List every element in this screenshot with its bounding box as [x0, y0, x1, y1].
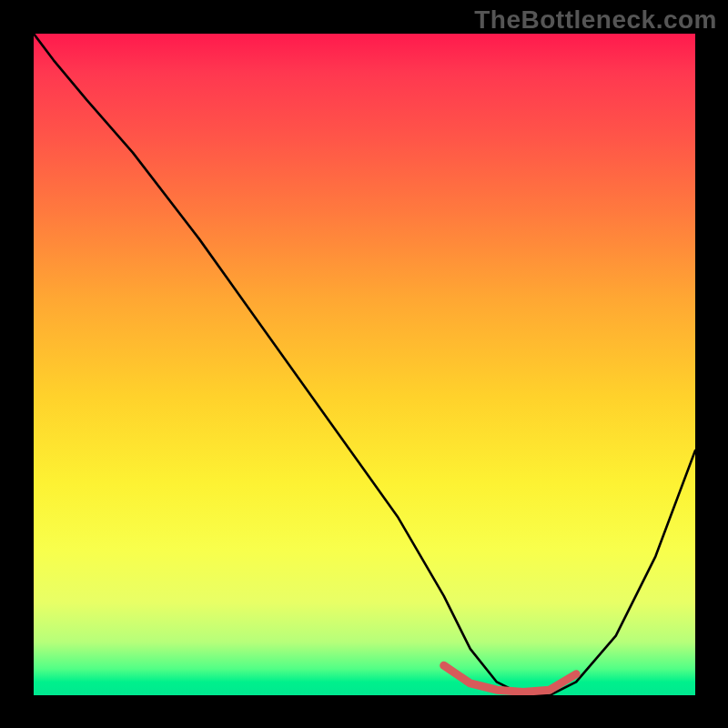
bottleneck-curve [34, 34, 695, 695]
curve-svg [34, 34, 695, 695]
plot-gradient-area [34, 34, 695, 695]
watermark-text: TheBottleneck.com [474, 5, 717, 35]
chart-container: TheBottleneck.com [0, 0, 728, 728]
bottleneck-highlight [444, 665, 576, 692]
